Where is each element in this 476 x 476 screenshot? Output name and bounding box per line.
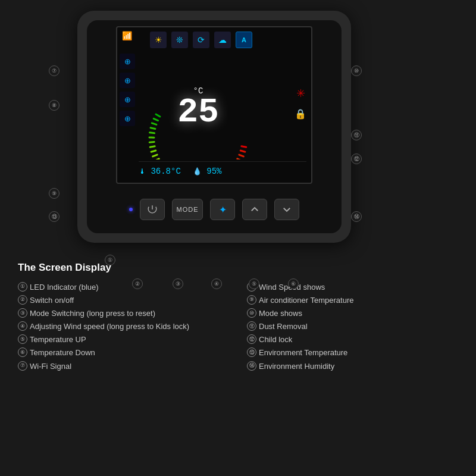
bottom-readings: 🌡 36.8°C 💧 95% [139, 161, 306, 178]
right-status-icons: ✳ 🔒 [295, 87, 306, 120]
desc-num-9: ⑨ [247, 295, 256, 305]
annot-8: ⑧ [49, 100, 60, 111]
mode-icon-sun: ☀ [150, 32, 167, 48]
desc-item-14: ⑭ Environment Humidity [247, 360, 464, 373]
button-row: MODE ✦ [87, 199, 342, 220]
desc-item-10: ⑩ Mode shows [247, 307, 464, 320]
annot-1: ① [105, 255, 115, 265]
svg-line-9 [153, 155, 157, 156]
mode-icon-snow: ❊ [171, 32, 188, 48]
screen-display: 📶 ☀ ❊ ⟳ ☁ A ⊕ ⊕ ⊕ ⊕ [116, 26, 312, 184]
desc-item-8: ⑧ Wind Speed shows [247, 281, 464, 294]
temperature-gauge: // We'll draw these in a loop via JS aft… [139, 52, 258, 159]
humidity-icon: 💧 [193, 168, 202, 176]
svg-line-8 [151, 151, 156, 152]
env-temp-reading: 🌡 36.8°C [139, 167, 181, 176]
annot-3: ③ [173, 278, 183, 289]
device-outer: 📶 ☀ ❊ ⟳ ☁ A ⊕ ⊕ ⊕ ⊕ [77, 11, 351, 243]
child-lock-icon: 🔒 [295, 108, 306, 120]
desc-num-14: ⑭ [247, 361, 256, 371]
dust-removal-icon: ✳ [296, 87, 305, 100]
svg-line-35 [242, 146, 246, 147]
desc-item-11: ⑪ Dust Removal [247, 320, 464, 333]
desc-item-12: ⑫ Child lock [247, 333, 464, 346]
desc-num-1: ① [18, 282, 27, 292]
svg-line-34 [240, 151, 245, 152]
annot-11: ⑪ [351, 130, 362, 140]
svg-line-33 [239, 155, 243, 156]
mode-icon-auto: A [236, 32, 252, 48]
desc-item-1: ① LED Indicator (blue) [18, 281, 235, 294]
fan-button[interactable]: ✦ [210, 199, 235, 220]
svg-line-0 [156, 114, 160, 117]
annot-14: ⑭ [351, 211, 362, 222]
desc-num-2: ② [18, 295, 27, 305]
annot-10: ⑩ [351, 65, 362, 76]
led-indicator [129, 208, 133, 211]
annot-9: ⑨ [49, 188, 60, 199]
temp-icon: 🌡 [139, 168, 146, 176]
desc-item-5: ⑤ Temperature UP [18, 333, 235, 346]
annot-5: ⑤ [249, 278, 259, 289]
description-title: The Screen Display [18, 262, 464, 274]
fan-speed-1: ⊕ [120, 54, 135, 69]
desc-item-6: ⑥ Temperature Down [18, 346, 235, 359]
svg-line-1 [154, 118, 158, 120]
description-grid: ① LED Indicator (blue) ② Switch on/off ③… [18, 281, 464, 373]
annot-12: ⑫ [351, 154, 362, 164]
svg-line-2 [152, 123, 156, 125]
desc-num-11: ⑪ [247, 321, 256, 331]
temperature-display: °C 25 [177, 87, 219, 130]
power-button[interactable] [140, 199, 165, 220]
desc-col-right: ⑧ Wind Speed shows ⑨ Air conditioner Tem… [247, 281, 464, 373]
temp-down-button[interactable] [274, 199, 299, 220]
annot-7: ⑦ [49, 65, 60, 76]
mode-button[interactable]: MODE [172, 199, 203, 220]
wifi-icon: 📶 [122, 31, 132, 40]
mode-icon-fan: ⟳ [193, 32, 209, 48]
desc-num-6: ⑥ [18, 347, 27, 357]
svg-line-7 [150, 146, 155, 147]
desc-num-7: ⑦ [18, 361, 27, 371]
fan-icon: ✦ [219, 204, 227, 215]
annot-2: ② [132, 278, 143, 289]
desc-item-3: ③ Mode Switching (long press to reset) [18, 307, 235, 320]
svg-line-4 [150, 133, 155, 133]
desc-item-2: ② Switch on/off [18, 294, 235, 307]
env-humidity-reading: 💧 95% [193, 167, 222, 176]
desc-col-left: ① LED Indicator (blue) ② Switch on/off ③… [18, 281, 235, 373]
desc-item-13: ⑬ Environment Temperature [247, 346, 464, 359]
fan-speed-3: ⊕ [120, 92, 135, 107]
desc-num-3: ③ [18, 308, 27, 318]
annot-13: ⑬ [49, 211, 60, 222]
desc-item-7: ⑦ Wi-Fi Signal [18, 360, 235, 373]
desc-num-4: ④ [18, 321, 27, 331]
desc-num-13: ⑬ [247, 347, 256, 357]
svg-line-10 [155, 159, 159, 159]
svg-line-6 [149, 142, 154, 143]
description-section: The Screen Display ① LED Indicator (blue… [18, 262, 464, 470]
temp-up-button[interactable] [242, 199, 267, 220]
svg-line-3 [151, 128, 155, 129]
fan-speed-2: ⊕ [120, 73, 135, 88]
mode-icons-row: ☀ ❊ ⟳ ☁ A [150, 31, 308, 49]
desc-num-10: ⑩ [247, 308, 256, 318]
desc-item-9: ⑨ Air conditioner Temperature [247, 294, 464, 307]
desc-num-5: ⑤ [18, 334, 27, 344]
annot-4: ④ [211, 278, 222, 289]
svg-line-32 [237, 159, 242, 159]
temp-value: 25 [177, 95, 219, 130]
desc-num-12: ⑫ [247, 334, 256, 344]
fan-speed-4: ⊕ [120, 111, 135, 126]
mode-icon-dry: ☁ [214, 32, 231, 48]
annot-6: ⑥ [288, 278, 299, 289]
wind-speed-icons: ⊕ ⊕ ⊕ ⊕ [120, 54, 135, 126]
device-inner: 📶 ☀ ❊ ⟳ ☁ A ⊕ ⊕ ⊕ ⊕ [87, 20, 342, 233]
desc-item-4: ④ Adjusting Wind speed (long press to Ki… [18, 320, 235, 333]
